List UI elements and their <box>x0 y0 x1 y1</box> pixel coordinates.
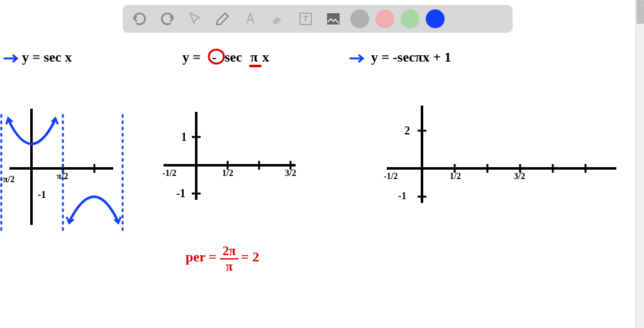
g3-xtick-2: 1/2 <box>450 172 461 182</box>
arrow-icon <box>349 52 368 65</box>
equation-2-pi: π <box>250 49 258 65</box>
svg-point-2 <box>330 16 332 18</box>
redo-icon[interactable] <box>157 8 178 30</box>
g2-xtick-2: 1/2 <box>222 168 233 178</box>
g3-ytick-2: -1 <box>398 190 406 202</box>
color-blue[interactable] <box>426 9 445 28</box>
arrow-icon <box>3 52 22 65</box>
image-icon[interactable] <box>323 8 344 30</box>
equation-3: y = -secπx + 1 <box>371 49 452 65</box>
g1-ytick-1: -1 <box>38 189 46 200</box>
equation-2-x: x <box>262 49 269 65</box>
g2-xtick-3: 3/2 <box>285 168 296 178</box>
cursor-icon[interactable] <box>184 8 206 30</box>
g3-ytick-1: 2 <box>404 124 410 138</box>
graph-3 <box>380 96 619 209</box>
period-formula: per = 2π π = 2 <box>186 244 259 274</box>
underline-annotation <box>249 64 262 68</box>
color-green[interactable] <box>401 9 419 28</box>
compass-icon[interactable] <box>240 8 261 30</box>
equation-2-neg: - <box>212 49 216 65</box>
scrollbar-thumb[interactable] <box>636 0 644 24</box>
eraser-icon[interactable] <box>267 8 289 30</box>
g2-xtick-1: -1/2 <box>162 168 177 178</box>
text-icon[interactable] <box>295 8 316 30</box>
equation-1: y = sec x <box>22 49 72 65</box>
equation-2-prefix: y = <box>182 49 201 65</box>
color-gray[interactable] <box>350 9 369 28</box>
color-pink[interactable] <box>375 9 394 28</box>
g3-xtick-1: -1/2 <box>384 172 398 182</box>
undo-icon[interactable] <box>129 8 150 30</box>
whiteboard-canvas: y = sec x y = - sec π x y = -secπx + 1 -… <box>3 36 631 325</box>
g1-xtick-2: π/2 <box>57 172 69 182</box>
g1-xtick-1: -π/2 <box>0 175 14 185</box>
g2-ytick-2: -1 <box>176 187 186 200</box>
scrollbar[interactable] <box>635 0 644 328</box>
toolbar <box>123 5 513 33</box>
g2-ytick-1: 1 <box>181 131 187 144</box>
circle-annotation <box>208 48 226 65</box>
g3-xtick-3: 3/2 <box>514 172 525 182</box>
graph-secx <box>0 93 126 238</box>
pencil-icon[interactable] <box>212 8 233 30</box>
equation-2-sec: sec <box>225 49 242 65</box>
